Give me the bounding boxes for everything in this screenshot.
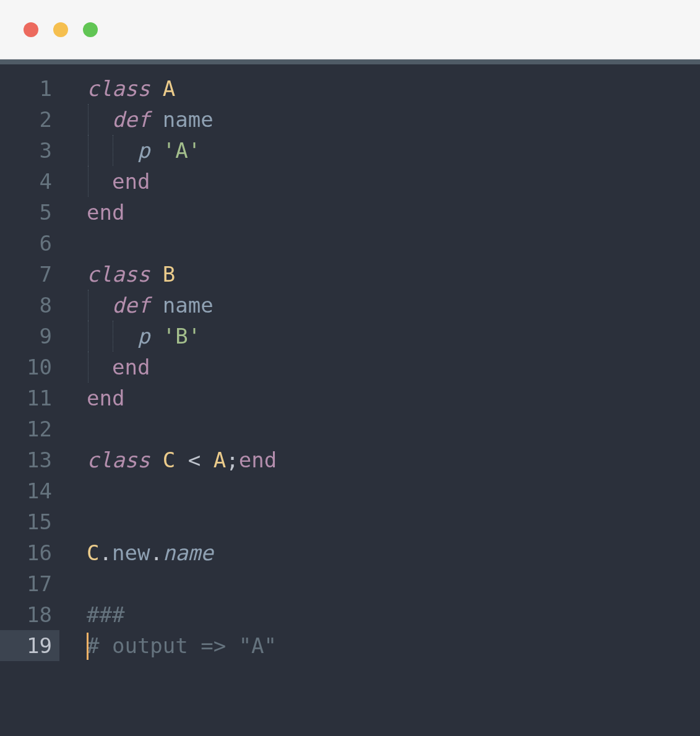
token-kw-end: end [239, 448, 277, 472]
token-kw-end: end [112, 169, 150, 194]
line-number: 12 [0, 413, 59, 444]
close-icon[interactable] [24, 22, 38, 37]
token-white [87, 107, 112, 132]
line-number: 6 [0, 228, 59, 259]
token-ident: new [112, 540, 150, 565]
code-line[interactable]: class B [87, 259, 700, 290]
line-number: 13 [0, 444, 59, 475]
maximize-icon[interactable] [83, 22, 98, 37]
code-line[interactable]: def name [87, 104, 700, 135]
titlebar [0, 0, 700, 59]
token-ident: name [163, 107, 214, 132]
token-const: C [163, 448, 188, 472]
line-number: 1 [0, 73, 59, 104]
line-number: 4 [0, 166, 59, 197]
token-white [87, 293, 112, 318]
text-cursor [87, 633, 89, 660]
token-white [87, 324, 137, 349]
code-area[interactable]: class A def name p 'A' endendclass B def… [68, 73, 700, 736]
code-line[interactable]: ### [87, 599, 700, 630]
token-punct: . [150, 540, 162, 565]
token-const: A [163, 76, 175, 101]
line-number: 2 [0, 104, 59, 135]
token-kw-class: class [87, 448, 163, 472]
code-line[interactable]: end [87, 197, 700, 228]
token-kw-end: end [87, 200, 124, 225]
code-line[interactable] [87, 228, 700, 259]
token-op: < [188, 448, 214, 472]
token-punct: . [99, 540, 111, 565]
token-white [87, 169, 112, 194]
line-number: 19 [0, 630, 59, 661]
tab-strip [0, 59, 700, 64]
token-kw-def: def [112, 107, 163, 132]
minimize-icon[interactable] [53, 22, 68, 37]
line-number: 17 [0, 568, 59, 599]
token-func: p [137, 324, 163, 349]
token-const: A [214, 448, 226, 472]
code-line[interactable]: class A [87, 73, 700, 104]
code-line[interactable] [87, 568, 700, 599]
line-number: 3 [0, 135, 59, 166]
token-kw-def: def [112, 293, 163, 318]
code-line[interactable] [87, 475, 700, 506]
line-number: 9 [0, 321, 59, 352]
code-line[interactable]: C.new.name [87, 537, 700, 568]
code-line[interactable]: end [87, 166, 700, 197]
token-ident: name [163, 293, 214, 318]
code-line[interactable]: class C < A;end [87, 444, 700, 475]
token-white [87, 355, 112, 379]
line-number: 7 [0, 259, 59, 290]
code-line[interactable] [87, 413, 700, 444]
code-line[interactable]: p 'B' [87, 321, 700, 352]
token-comment: # output => "A" [87, 633, 277, 658]
token-kw-class: class [87, 76, 163, 101]
line-number: 5 [0, 197, 59, 228]
token-func: p [137, 138, 163, 163]
code-line[interactable]: # output => "A" [87, 630, 700, 661]
token-str: 'A' [163, 138, 201, 163]
code-line[interactable]: end [87, 383, 700, 413]
code-line[interactable] [87, 506, 700, 537]
token-op: ; [226, 448, 238, 472]
line-number: 8 [0, 290, 59, 321]
line-number: 15 [0, 506, 59, 537]
code-line[interactable]: p 'A' [87, 135, 700, 166]
code-line[interactable]: def name [87, 290, 700, 321]
token-method-i: name [163, 540, 214, 565]
token-kw-end: end [112, 355, 150, 379]
token-kw-class: class [87, 262, 163, 287]
line-number: 14 [0, 475, 59, 506]
token-str: 'B' [163, 324, 201, 349]
token-const: C [87, 540, 99, 565]
line-number-gutter: 12345678910111213141516171819 [0, 73, 68, 736]
token-white [87, 138, 137, 163]
token-comment: ### [87, 602, 124, 627]
line-number: 18 [0, 599, 59, 630]
code-editor: 12345678910111213141516171819 class A de… [0, 64, 700, 736]
token-const: B [163, 262, 175, 287]
line-number: 11 [0, 383, 59, 413]
line-number: 16 [0, 537, 59, 568]
window: 12345678910111213141516171819 class A de… [0, 0, 700, 736]
line-number: 10 [0, 352, 59, 383]
token-kw-end: end [87, 386, 124, 410]
code-line[interactable]: end [87, 352, 700, 383]
